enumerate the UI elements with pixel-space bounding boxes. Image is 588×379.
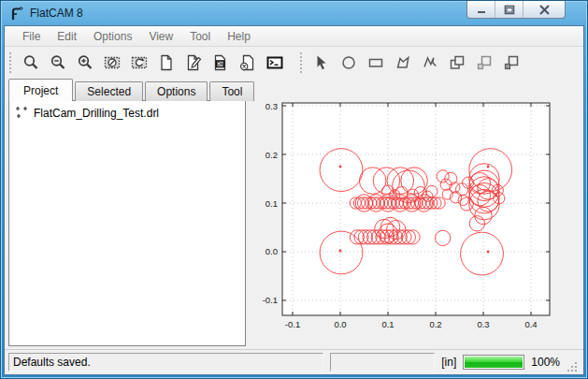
draw-polyline-button[interactable] (417, 51, 442, 76)
replot-icon (131, 54, 148, 71)
delete-object-button[interactable] (235, 51, 260, 76)
run-script-icon: Ok (212, 54, 229, 71)
svg-text:0.3: 0.3 (477, 319, 489, 329)
caption-buttons (466, 1, 566, 19)
project-tree[interactable]: FlatCam_Drilling_Test.drl (8, 100, 246, 346)
toolbar-group (297, 51, 524, 76)
zoom-fit-icon (22, 54, 39, 71)
app-window: FlatCAM 8 File Edit Options View Tool He… (0, 0, 588, 379)
move-object-button[interactable] (498, 51, 523, 76)
edit-file-icon (185, 54, 202, 71)
status-message: Defaults saved. (8, 353, 323, 372)
svg-text:0.0: 0.0 (334, 319, 346, 329)
svg-text:0.0: 0.0 (265, 246, 278, 256)
svg-text:0.3: 0.3 (265, 101, 278, 111)
menu-options[interactable]: Options (85, 27, 140, 46)
resize-grip[interactable] (566, 361, 578, 372)
plot-panel[interactable]: -0.10.00.10.20.30.4-0.10.00.10.20.3 (246, 79, 583, 349)
zoom-out-button[interactable] (45, 51, 70, 76)
toolbar-group: Ok (7, 51, 288, 76)
close-button[interactable] (523, 1, 565, 18)
svg-text:Ok: Ok (216, 61, 223, 66)
zoom-in-icon (77, 54, 93, 71)
units-label: [in] (441, 356, 456, 369)
copy-object-icon (476, 54, 493, 71)
menu-bar: File Edit Options View Tool Help (5, 26, 583, 47)
toolbar-drag-handle[interactable] (9, 52, 11, 73)
svg-text:-0.1: -0.1 (285, 319, 300, 329)
select-button[interactable] (308, 51, 334, 76)
zoom-fit-button[interactable] (18, 51, 43, 76)
status-aux-panel (330, 353, 435, 372)
plot-canvas[interactable]: -0.10.00.10.20.30.4-0.10.00.10.20.3 (246, 79, 584, 345)
draw-rectangle-icon (367, 54, 384, 71)
zoom-out-icon (50, 54, 66, 71)
client-area: File Edit Options View Tool Help Ok Proj… (4, 25, 584, 375)
svg-text:0.2: 0.2 (429, 319, 441, 329)
tab-project[interactable]: Project (8, 79, 73, 101)
new-file-icon (158, 54, 175, 71)
tree-item-label: FlatCam_Drilling_Test.drl (34, 107, 159, 120)
draw-polyline-icon (422, 54, 438, 71)
draw-circle-icon (340, 54, 357, 71)
move-object-icon (503, 54, 520, 71)
copy-object-button[interactable] (471, 51, 496, 76)
svg-text:0.1: 0.1 (265, 198, 278, 209)
select-icon (313, 54, 330, 71)
toolbar: Ok (5, 47, 583, 79)
edit-file-button[interactable] (180, 51, 206, 76)
left-panel: Project Selected Options Tool FlatCam_Dr… (5, 79, 246, 349)
menu-help[interactable]: Help (219, 27, 259, 46)
menu-file[interactable]: File (14, 27, 49, 46)
progress-percent: 100% (531, 356, 560, 369)
menu-tool[interactable]: Tool (181, 27, 219, 46)
copy-geometry-button[interactable] (444, 51, 469, 76)
copy-geometry-icon (449, 54, 466, 71)
zoom-in-button[interactable] (72, 51, 97, 76)
minimize-icon (476, 6, 487, 14)
drill-object-icon (15, 106, 29, 120)
draw-circle-button[interactable] (336, 51, 361, 76)
draw-rectangle-button[interactable] (363, 51, 388, 76)
shell-button[interactable] (262, 51, 287, 76)
menu-edit[interactable]: Edit (49, 27, 85, 46)
progress-bar (463, 355, 524, 370)
svg-text:0.4: 0.4 (524, 319, 537, 329)
draw-polygon-icon (394, 54, 411, 71)
app-logo-icon (9, 7, 24, 22)
status-bar: Defaults saved. [in] 100% (5, 349, 583, 374)
toolbar-drag-handle[interactable] (300, 52, 302, 73)
svg-text:0.2: 0.2 (265, 150, 278, 160)
close-icon (538, 5, 551, 15)
tab-selected[interactable]: Selected (75, 81, 143, 101)
svg-text:0.1: 0.1 (381, 319, 394, 329)
menu-view[interactable]: View (140, 27, 181, 46)
draw-polygon-button[interactable] (390, 51, 415, 76)
tab-bar: Project Selected Options Tool (8, 79, 246, 101)
svg-text:-0.1: -0.1 (263, 295, 278, 305)
run-script-button[interactable]: Ok (208, 51, 233, 76)
replot-button[interactable] (126, 51, 151, 76)
clear-plot-button[interactable] (99, 51, 124, 76)
tab-tool[interactable]: Tool (209, 81, 254, 101)
tab-options[interactable]: Options (145, 81, 208, 101)
new-file-button[interactable] (153, 51, 179, 76)
title-bar: FlatCAM 8 (0, 0, 588, 25)
tree-item-drill-object[interactable]: FlatCam_Drilling_Test.drl (15, 106, 239, 120)
maximize-icon (504, 5, 515, 15)
delete-object-icon (239, 54, 256, 71)
minimize-button[interactable] (467, 1, 495, 18)
progress-fill (465, 357, 523, 368)
maximize-button[interactable] (495, 1, 523, 18)
clear-plot-icon (104, 54, 121, 71)
window-title: FlatCAM 8 (30, 7, 83, 20)
shell-icon (266, 54, 283, 71)
main-area: Project Selected Options Tool FlatCam_Dr… (5, 79, 583, 349)
